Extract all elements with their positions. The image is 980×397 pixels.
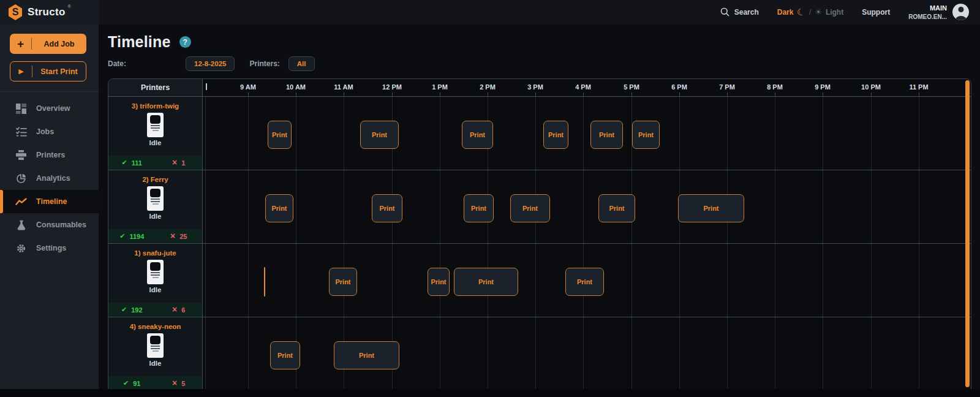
printer-thumb-line [151, 127, 160, 129]
search-label: Search [734, 8, 759, 17]
hour-tick [727, 93, 728, 96]
print-job[interactable]: Print [360, 121, 399, 149]
print-job-label: Print [277, 352, 293, 359]
printer-thumb-line [153, 277, 159, 278]
print-job[interactable]: Print [334, 341, 399, 369]
sidebar-item-analytics[interactable]: Analytics [0, 167, 99, 190]
sidebar-item-timeline[interactable]: Timeline [0, 190, 99, 213]
account-org-block: MAIN ROMEO.EN... [908, 4, 947, 20]
hour-gridline [205, 244, 206, 317]
hour-gridline [823, 97, 823, 170]
print-job[interactable]: Print [510, 194, 550, 222]
printer-thumbnail-icon [147, 113, 164, 137]
printer-name[interactable]: 2) Ferry [108, 176, 202, 183]
hour-tick [631, 93, 632, 96]
print-job[interactable]: Print [329, 268, 357, 296]
hour-gridline [583, 170, 584, 243]
print-job-label: Print [478, 278, 494, 285]
print-job[interactable]: Print [464, 194, 494, 222]
success-count: ✔91 [108, 379, 156, 387]
sun-icon: ☀ [815, 7, 822, 17]
print-job[interactable]: Print [268, 121, 292, 149]
sidebar-item-label: Timeline [36, 197, 67, 206]
printer-thumb-line [151, 274, 160, 276]
hour-label: 11 PM [909, 83, 928, 91]
print-job[interactable]: Print [565, 268, 604, 296]
avatar[interactable] [952, 4, 969, 20]
add-job-button[interactable]: + Add Job [10, 34, 86, 54]
support-link[interactable]: Support [862, 8, 890, 17]
hour-label: 6 PM [671, 83, 687, 91]
print-job[interactable]: Print [632, 121, 660, 149]
printer-stats: ✔91×5 [108, 376, 202, 390]
theme-toggle[interactable]: Dark ☾ / ☀ Light [777, 7, 843, 18]
print-job-label: Print [372, 131, 387, 138]
hour-gridline [871, 97, 872, 170]
printer-track: PrintPrint [203, 317, 971, 390]
hour-label: 1 PM [432, 83, 448, 91]
sidebar-item-label: Printers [36, 151, 65, 159]
theme-light-label[interactable]: Light [826, 8, 843, 17]
print-job[interactable]: Print [678, 194, 744, 222]
date-picker-button[interactable]: 12-8-2025 [186, 56, 235, 71]
print-job-label: Print [359, 352, 374, 359]
hour-gridline [871, 244, 872, 317]
help-icon[interactable]: ? [179, 36, 191, 48]
print-job[interactable]: Print [598, 194, 635, 222]
hour-label: 2 PM [480, 83, 496, 91]
printer-thumb-line [153, 350, 159, 352]
print-job[interactable]: Print [265, 194, 293, 222]
check-icon: ✔ [123, 379, 129, 387]
check-icon: ✔ [121, 306, 127, 314]
sidebar-item-overview[interactable]: Overview [0, 97, 99, 120]
printer-thumbnail-icon [147, 186, 164, 211]
printer-name[interactable]: 1) snafu-jute [108, 249, 202, 257]
jobs-icon [15, 127, 27, 137]
sidebar-item-jobs[interactable]: Jobs [0, 120, 99, 143]
brand-logo[interactable]: S Structo ® [0, 0, 99, 25]
sidebar-item-consumables[interactable]: Consumables [0, 213, 99, 236]
hour-tick [535, 93, 536, 96]
hour-gridline [679, 97, 680, 170]
print-job[interactable]: Print [462, 121, 493, 149]
hour-label: 11 AM [334, 83, 353, 91]
hour-label: 9 PM [815, 83, 831, 91]
hour-gridline [871, 317, 872, 390]
printer-name[interactable]: 4) sneaky-neon [108, 323, 202, 330]
printer-thumbnail-icon [147, 260, 164, 284]
hour-label: 10 PM [861, 83, 881, 91]
plus-icon: + [10, 37, 31, 51]
print-job[interactable]: Print [428, 268, 450, 296]
print-job-label: Print [471, 205, 486, 212]
print-job[interactable]: Print [543, 121, 568, 149]
sidebar-item-printers[interactable]: Printers [0, 143, 99, 167]
printer-name[interactable]: 3) triform-twig [108, 102, 202, 110]
fail-icon: × [172, 306, 177, 313]
failed-number: 25 [179, 233, 187, 240]
hour-gridline [823, 317, 823, 390]
start-print-button[interactable]: ▶ Start Print [10, 61, 86, 81]
hour-tick [296, 93, 296, 96]
printers-filter-button[interactable]: All [288, 56, 315, 71]
printers-filter-label: Printers: [249, 59, 279, 68]
sidebar-item-settings[interactable]: Settings [0, 236, 99, 260]
print-job[interactable]: Print [454, 268, 518, 296]
account-info[interactable]: MAIN ROMEO.EN... [908, 4, 969, 20]
filter-bar: Date: 12-8-2025 Printers: All [108, 56, 315, 71]
hour-gridline [679, 317, 680, 390]
print-job[interactable]: Print [270, 341, 300, 369]
print-job[interactable]: Print [590, 121, 623, 149]
overview-icon [15, 104, 27, 114]
search-button[interactable]: Search [720, 7, 759, 17]
hour-gridline [440, 317, 440, 390]
hour-label: 9 AM [240, 83, 256, 91]
printer-cell: 4) sneaky-neonIdle✔91×5 [108, 317, 203, 390]
vertical-scrollbar[interactable] [965, 80, 970, 387]
printer-stats: ✔111×1 [108, 156, 202, 170]
print-job[interactable]: Print [372, 194, 402, 222]
hour-tick [871, 93, 872, 96]
sidebar-divider [0, 91, 99, 92]
hour-gridline [631, 317, 632, 390]
print-job[interactable] [264, 267, 265, 297]
theme-dark-label[interactable]: Dark [777, 8, 794, 17]
